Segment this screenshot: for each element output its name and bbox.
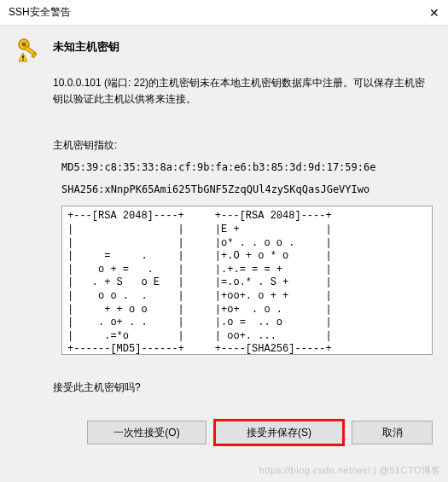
key-warning-icon — [15, 36, 43, 63]
cancel-button[interactable]: 取消 — [352, 421, 433, 444]
svg-point-1 — [22, 43, 26, 47]
md5-fingerprint: MD5:39:c8:35:33:8a:cf:9b:fa:e6:b3:85:3d:… — [61, 161, 433, 173]
titlebar: SSH安全警告 ✕ — [0, 0, 448, 26]
dialog-message: 10.0.0.101 (端口: 22)的主机密钥未在本地主机密钥数据库中注册。可… — [53, 75, 433, 107]
window-title: SSH安全警告 — [9, 5, 414, 20]
svg-rect-6 — [22, 60, 23, 61]
dialog-heading: 未知主机密钥 — [53, 36, 119, 55]
dialog-content: 未知主机密钥 10.0.0.101 (端口: 22)的主机密钥未在本地主机密钥数… — [0, 26, 448, 421]
accept-prompt: 接受此主机密钥吗? — [53, 380, 433, 395]
watermark-text: https://blog.csdn.net/wei | @51CTO博客 — [259, 464, 441, 477]
accept-save-button[interactable]: 接受并保存(S) — [215, 421, 343, 444]
close-icon[interactable]: ✕ — [414, 6, 439, 20]
dialog-header: 未知主机密钥 — [15, 36, 433, 63]
accept-once-button[interactable]: 一次性接受(O) — [87, 421, 207, 444]
sha256-fingerprint: SHA256:xNnpPK65Ami625TbGNF5ZzqQUl4zySKqQ… — [61, 183, 433, 195]
fingerprint-label: 主机密钥指纹: — [53, 138, 433, 153]
svg-rect-5 — [22, 55, 23, 59]
randomart-box: +---[RSA 2048]----+ +---[RSA 2048]----+ … — [61, 206, 433, 355]
button-row: 一次性接受(O) 接受并保存(S) 取消 — [0, 421, 448, 455]
